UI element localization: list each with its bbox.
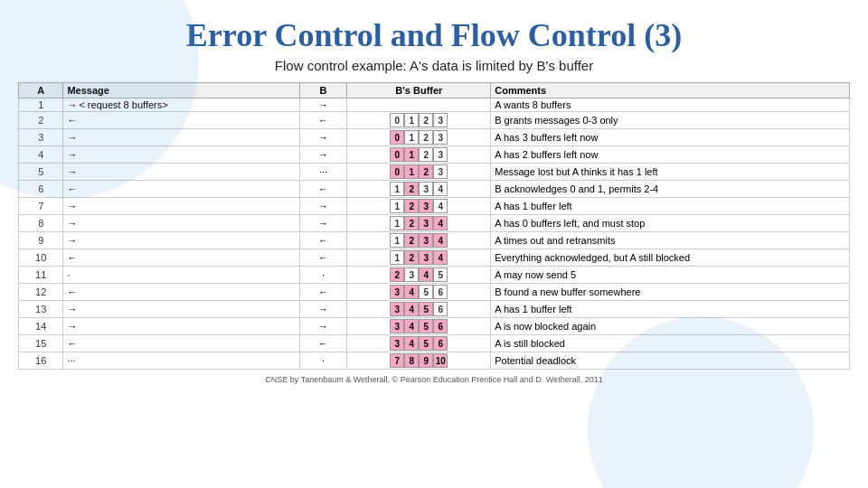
buffer-cell: 1 (390, 199, 404, 213)
buffer-cell: 0 (390, 147, 404, 162)
row-number: 13 (19, 301, 63, 318)
buffer-cell: 3 (419, 250, 433, 265)
buffer-cell: 4 (433, 233, 448, 248)
row-buffer: 1234 (347, 215, 491, 232)
row-number: 9 (19, 232, 63, 249)
buffer-cell: 6 (433, 319, 448, 333)
buffer-cell: 1 (404, 164, 419, 179)
buffer-cell: 3 (390, 336, 404, 351)
buffer-cell: 3 (390, 285, 404, 299)
row-buffer: 0123 (347, 129, 491, 146)
buffer-cell: 10 (433, 353, 448, 368)
row-message: → (63, 215, 299, 232)
row-arrow-b: → (299, 99, 347, 112)
row-buffer (347, 99, 491, 112)
buffer-cell: 2 (404, 250, 419, 265)
buffer-cell: 3 (433, 147, 448, 162)
row-buffer: 0123 (347, 164, 491, 181)
buffer-cell: 4 (404, 319, 419, 333)
buffer-cell: 3 (419, 233, 433, 248)
buffer-cell: 2 (404, 233, 419, 248)
buffer-cell: 3 (419, 182, 433, 196)
row-buffer: 1234 (347, 181, 491, 198)
row-buffer: 0123 (347, 146, 491, 164)
row-message: · (63, 267, 299, 284)
row-message: ← (63, 284, 299, 301)
table-row: 11··2345A may now send 5 (19, 267, 850, 284)
buffer-cell: 4 (404, 336, 419, 351)
buffer-cell: 5 (433, 267, 448, 282)
buffer-cell: 3 (404, 267, 419, 282)
row-arrow-b: ← (299, 232, 347, 249)
row-arrow-b: ← (299, 335, 347, 352)
row-message: → (63, 232, 299, 249)
row-buffer: 3456 (347, 284, 491, 301)
row-comment: Message lost but A thinks it has 1 left (491, 164, 850, 181)
buffer-cell: 2 (419, 147, 433, 162)
row-arrow-b: ← (299, 249, 347, 267)
row-number: 15 (19, 335, 63, 352)
row-buffer: 2345 (347, 267, 491, 284)
buffer-cell: 3 (419, 199, 433, 213)
buffer-cell: 5 (419, 319, 433, 333)
table-row: 10←←1234Everything acknowledged, but A s… (19, 249, 850, 267)
buffer-cell: 4 (433, 250, 448, 265)
row-arrow-b: · (299, 267, 347, 284)
row-arrow-b: → (299, 129, 347, 146)
buffer-cell: 4 (404, 285, 419, 299)
buffer-cell: 2 (404, 216, 419, 230)
row-number: 7 (19, 198, 63, 215)
buffer-cell: 5 (419, 302, 433, 316)
buffer-cell: 8 (404, 353, 419, 368)
table-row: 7→→1234A has 1 buffer left (19, 198, 850, 215)
row-number: 8 (19, 215, 63, 232)
buffer-cell: 0 (390, 164, 404, 179)
row-comment: A has 3 buffers left now (491, 129, 850, 146)
row-number: 11 (19, 267, 63, 284)
row-comment: B grants messages 0-3 only (491, 112, 850, 129)
buffer-cell: 1 (404, 147, 419, 162)
buffer-cell: 4 (433, 199, 448, 213)
row-number: 16 (19, 352, 63, 370)
row-arrow-b: · (299, 352, 347, 370)
buffer-cell: 1 (390, 182, 404, 196)
row-number: 14 (19, 318, 63, 335)
row-arrow-b: ← (299, 112, 347, 129)
buffer-cell: 2 (390, 267, 404, 282)
buffer-cell: 2 (404, 199, 419, 213)
row-number: 12 (19, 284, 63, 301)
buffer-cell: 2 (419, 130, 433, 145)
row-comment: Everything acknowledged, but A still blo… (491, 249, 850, 267)
row-number: 10 (19, 249, 63, 267)
row-buffer: 3456 (347, 318, 491, 335)
buffer-cell: 2 (419, 113, 433, 127)
buffer-cell: 1 (404, 113, 419, 127)
buffer-cell: 7 (390, 353, 404, 368)
buffer-cell: 2 (404, 182, 419, 196)
buffer-cell: 4 (419, 267, 433, 282)
row-comment: A has 1 buffer left (491, 198, 850, 215)
buffer-cell: 4 (433, 216, 448, 230)
buffer-cell: 3 (419, 216, 433, 230)
row-message: → (63, 198, 299, 215)
buffer-cell: 5 (419, 285, 433, 299)
row-buffer: 3456 (347, 301, 491, 318)
row-comment: A has 0 buffers left, and must stop (491, 215, 850, 232)
row-message: → (63, 318, 299, 335)
row-buffer: 1234 (347, 198, 491, 215)
row-comment: B acknowledges 0 and 1, permits 2-4 (491, 181, 850, 198)
row-arrow-b: ← (299, 181, 347, 198)
row-message: ← (63, 335, 299, 352)
table-row: 12←←3456B found a new buffer somewhere (19, 284, 850, 301)
row-comment: A may now send 5 (491, 267, 850, 284)
row-comment: A times out and retransmits (491, 232, 850, 249)
col-header-comments: Comments (491, 83, 850, 99)
buffer-cell: 3 (390, 302, 404, 316)
table-row: 6←←1234B acknowledges 0 and 1, permits 2… (19, 181, 850, 198)
buffer-cell: 3 (433, 164, 448, 179)
row-buffer: 3456 (347, 335, 491, 352)
row-comment: A has 1 buffer left (491, 301, 850, 318)
buffer-cell: 0 (390, 130, 404, 145)
row-message: ← (63, 249, 299, 267)
table-row: 8→→1234A has 0 buffers left, and must st… (19, 215, 850, 232)
